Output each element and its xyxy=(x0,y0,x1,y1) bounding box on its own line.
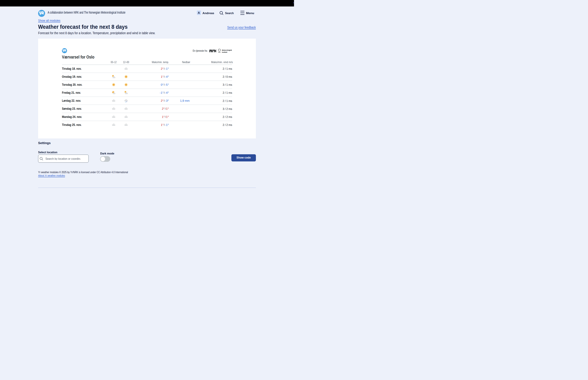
svg-text:Meteorologisk: Meteorologisk xyxy=(222,49,232,51)
svg-text:institutt: institutt xyxy=(222,51,227,53)
